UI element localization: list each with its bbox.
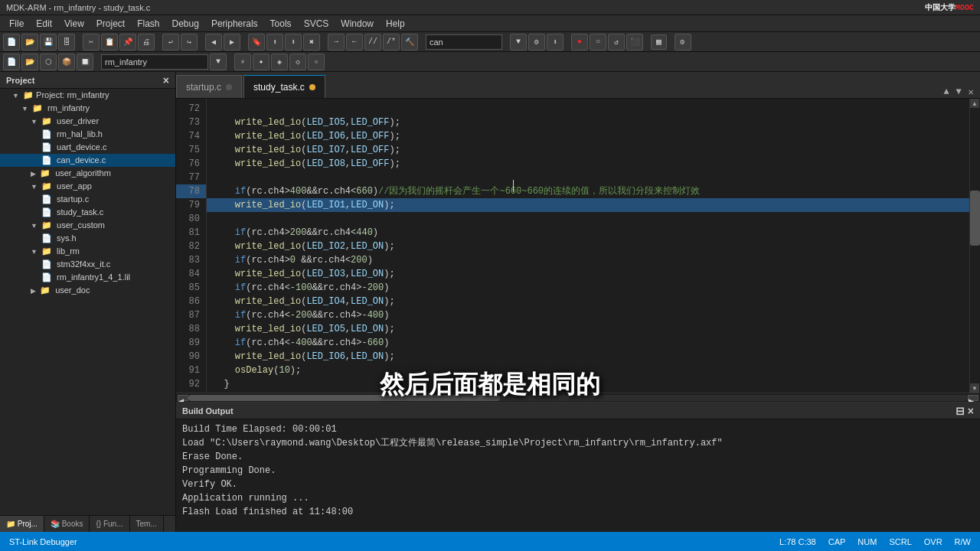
build-button[interactable]: 🔨 bbox=[401, 34, 418, 51]
project-name-input[interactable] bbox=[101, 54, 208, 70]
tree-user-custom[interactable]: ▼ 📁 user_custom bbox=[0, 219, 175, 232]
tree-lib-rm[interactable]: ▼ 📁 lib_rm bbox=[0, 245, 175, 258]
undo-button[interactable]: ↩ bbox=[162, 34, 179, 51]
select-software-packs[interactable]: ⬥ bbox=[253, 54, 270, 70]
indent-button[interactable]: → bbox=[328, 34, 345, 51]
titlebar: MDK-ARM - rm_infantry - study_task.c 中国大… bbox=[0, 0, 980, 15]
h-scrollbar-track[interactable] bbox=[188, 395, 968, 401]
open-project-button[interactable]: 📂 bbox=[21, 54, 38, 70]
build-dropdown-button[interactable]: ▼ bbox=[510, 34, 527, 51]
comment-button[interactable]: // bbox=[364, 34, 381, 51]
pack-installer-button[interactable]: 📦 bbox=[58, 54, 75, 70]
paste-button[interactable]: 📌 bbox=[119, 34, 136, 51]
statusbar-debugger: ST-Link Debugger bbox=[9, 537, 77, 546]
save-all-button[interactable]: 🗄 bbox=[58, 34, 75, 51]
tree-startup[interactable]: 📄 startup.c bbox=[0, 193, 175, 206]
build-undock-button[interactable]: ⊟ bbox=[956, 405, 965, 417]
reset-button[interactable]: ↺ bbox=[608, 34, 625, 51]
clear-bookmarks-button[interactable]: ✖ bbox=[303, 34, 320, 51]
download-button[interactable]: ⬇ bbox=[547, 34, 564, 51]
tree-study-task[interactable]: 📄 study_task.c bbox=[0, 206, 175, 219]
scroll-tabs-left[interactable]: ▲ bbox=[940, 86, 952, 98]
manage-run-time[interactable]: ⚡ bbox=[234, 54, 251, 70]
sidebar-title: Project bbox=[6, 76, 34, 85]
tab-startup[interactable]: startup.c bbox=[176, 75, 242, 98]
project-root[interactable]: ▼ 📁 Project: rm_infantry bbox=[0, 89, 175, 102]
menu-edit[interactable]: Edit bbox=[30, 17, 58, 31]
unindent-button[interactable]: ← bbox=[346, 34, 363, 51]
open-file-button[interactable]: 📂 bbox=[21, 34, 38, 51]
tree-user-algorithm[interactable]: ▶ 📁 user_algorithm bbox=[0, 167, 175, 180]
stop-button[interactable]: ○ bbox=[590, 34, 606, 51]
scrollbar-track[interactable] bbox=[970, 108, 980, 383]
menu-debug[interactable]: Debug bbox=[166, 17, 205, 31]
manage-project[interactable]: ◇ bbox=[289, 54, 306, 70]
tab-study-task-label: study_task.c bbox=[253, 82, 305, 93]
components-button[interactable]: ⬡ bbox=[40, 54, 57, 70]
code-content[interactable]: write_led_io(LED_IO5,LED_OFF); write_led… bbox=[207, 99, 969, 393]
toolbar2: 📄 📂 ⬡ 📦 🔲 ▼ ⚡ ⬥ ◈ ◇ ⬦ bbox=[0, 52, 980, 72]
debug-button[interactable]: ⬛ bbox=[626, 34, 643, 51]
bookmark-button[interactable]: 🔖 bbox=[248, 34, 265, 51]
config-button[interactable]: ⚙ bbox=[675, 34, 691, 51]
target-select[interactable]: ▦ bbox=[651, 34, 667, 50]
tree-user-driver[interactable]: ▼ 📁 user_driver bbox=[0, 115, 175, 128]
select-device-button[interactable]: 🔲 bbox=[77, 54, 93, 70]
sidebar-tab-tem[interactable]: Tem... bbox=[130, 516, 164, 532]
print-button[interactable]: 🖨 bbox=[138, 34, 155, 51]
tree-rm-infantry[interactable]: ▼ 📁 rm_infantry bbox=[0, 102, 175, 115]
close-editor[interactable]: ✕ bbox=[965, 86, 977, 98]
forward-button[interactable]: ▶ bbox=[224, 34, 240, 51]
menu-svcs[interactable]: SVCS bbox=[298, 17, 335, 31]
menu-help[interactable]: Help bbox=[380, 17, 411, 31]
statusbar-scrl: SCRL bbox=[889, 537, 911, 546]
menu-window[interactable]: Window bbox=[335, 17, 380, 31]
run-time-env[interactable]: ◈ bbox=[271, 54, 288, 70]
run-button[interactable]: ● bbox=[571, 34, 588, 51]
tree-rm-hal-lib[interactable]: 📄 rm_hal_lib.h bbox=[0, 128, 175, 141]
sidebar-tab-books[interactable]: 📚 Books bbox=[44, 516, 90, 532]
menu-file[interactable]: File bbox=[3, 17, 30, 31]
h-scroll-left[interactable]: ◀ bbox=[178, 395, 188, 401]
h-scrollbar-thumb[interactable] bbox=[188, 395, 500, 401]
prev-bookmark-button[interactable]: ⬆ bbox=[266, 34, 283, 51]
menu-view[interactable]: View bbox=[58, 17, 90, 31]
sidebar-close-button[interactable]: × bbox=[163, 74, 169, 86]
h-scrollbar[interactable]: ◀ ▶ bbox=[176, 393, 980, 402]
clone-project[interactable]: ⬦ bbox=[308, 54, 325, 70]
statusbar: ST-Link Debugger L:78 C:38 CAP NUM SCRL … bbox=[0, 532, 980, 551]
tree-uart-device[interactable]: 📄 uart_device.c bbox=[0, 141, 175, 154]
new-project-button[interactable]: 📄 bbox=[3, 54, 20, 70]
scrollbar-up-button[interactable]: ▲ bbox=[970, 99, 979, 108]
next-bookmark-button[interactable]: ⬇ bbox=[285, 34, 302, 51]
menu-tools[interactable]: Tools bbox=[264, 17, 298, 31]
build-close-button[interactable]: × bbox=[968, 405, 974, 417]
back-button[interactable]: ◀ bbox=[205, 34, 222, 51]
sidebar-tab-proj[interactable]: 📁 Proj... bbox=[0, 516, 44, 532]
tree-rm-infantry-lib[interactable]: 📄 rm_infantry1_4_1.lil bbox=[0, 271, 175, 284]
new-file-button[interactable]: 📄 bbox=[3, 34, 20, 51]
project-dropdown[interactable]: ▼ bbox=[210, 54, 227, 70]
menu-peripherals[interactable]: Peripherals bbox=[205, 17, 264, 31]
tree-user-app[interactable]: ▼ 📁 user_app bbox=[0, 180, 175, 193]
copy-button[interactable]: 📋 bbox=[101, 34, 118, 51]
tree-stm32[interactable]: 📄 stm32f4xx_it.c bbox=[0, 258, 175, 271]
tab-study-task[interactable]: study_task.c bbox=[243, 75, 325, 98]
menu-project[interactable]: Project bbox=[90, 17, 131, 31]
redo-button[interactable]: ↪ bbox=[181, 34, 198, 51]
scrollbar-down-button[interactable]: ▼ bbox=[970, 383, 979, 393]
h-scroll-right[interactable]: ▶ bbox=[968, 395, 978, 401]
tree-user-doc[interactable]: ▶ 📁 user_doc bbox=[0, 284, 175, 297]
cut-button[interactable]: ✂ bbox=[83, 34, 100, 51]
tree-can-device[interactable]: 📄 can_device.c bbox=[0, 154, 175, 167]
save-button[interactable]: 💾 bbox=[40, 34, 57, 51]
scroll-tabs-right[interactable]: ▼ bbox=[952, 86, 965, 98]
search-input[interactable] bbox=[426, 34, 502, 50]
target-options-button[interactable]: ⚙ bbox=[528, 34, 545, 51]
uncomment-button[interactable]: /* bbox=[383, 34, 400, 51]
right-scrollbar[interactable]: ▲ ▼ bbox=[969, 99, 980, 393]
scrollbar-thumb[interactable] bbox=[970, 191, 980, 246]
tree-sys-h[interactable]: 📄 sys.h bbox=[0, 232, 175, 245]
sidebar-tab-fun[interactable]: {} Fun... bbox=[90, 516, 129, 532]
menu-flash[interactable]: Flash bbox=[131, 17, 165, 31]
